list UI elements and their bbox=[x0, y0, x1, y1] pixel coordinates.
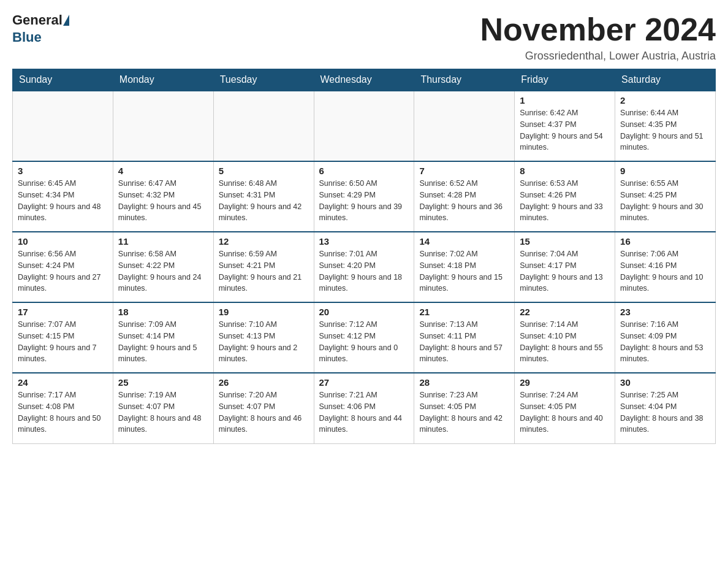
day-info: Sunrise: 7:09 AM Sunset: 4:14 PM Dayligh… bbox=[118, 319, 208, 365]
day-info: Sunrise: 7:13 AM Sunset: 4:11 PM Dayligh… bbox=[419, 319, 509, 365]
day-number: 17 bbox=[18, 307, 108, 317]
day-info: Sunrise: 7:12 AM Sunset: 4:12 PM Dayligh… bbox=[319, 319, 409, 365]
calendar-week-2: 3Sunrise: 6:45 AM Sunset: 4:34 PM Daylig… bbox=[13, 161, 716, 232]
day-number: 15 bbox=[520, 236, 610, 247]
day-number: 1 bbox=[520, 95, 610, 105]
col-header-sunday: Sunday bbox=[13, 69, 113, 91]
day-info: Sunrise: 7:25 AM Sunset: 4:04 PM Dayligh… bbox=[620, 389, 710, 435]
calendar-cell: 7Sunrise: 6:52 AM Sunset: 4:28 PM Daylig… bbox=[414, 161, 515, 232]
calendar-cell: 5Sunrise: 6:48 AM Sunset: 4:31 PM Daylig… bbox=[213, 161, 314, 232]
day-number: 27 bbox=[319, 377, 409, 388]
day-info: Sunrise: 6:59 AM Sunset: 4:21 PM Dayligh… bbox=[219, 248, 309, 294]
calendar-cell bbox=[113, 91, 213, 161]
calendar-cell: 23Sunrise: 7:16 AM Sunset: 4:09 PM Dayli… bbox=[615, 302, 716, 373]
day-info: Sunrise: 7:06 AM Sunset: 4:16 PM Dayligh… bbox=[620, 248, 710, 294]
calendar-cell: 18Sunrise: 7:09 AM Sunset: 4:14 PM Dayli… bbox=[113, 302, 213, 373]
day-info: Sunrise: 7:16 AM Sunset: 4:09 PM Dayligh… bbox=[620, 319, 710, 365]
calendar-cell: 9Sunrise: 6:55 AM Sunset: 4:25 PM Daylig… bbox=[615, 161, 716, 232]
calendar-cell: 4Sunrise: 6:47 AM Sunset: 4:32 PM Daylig… bbox=[113, 161, 213, 232]
calendar-cell: 11Sunrise: 6:58 AM Sunset: 4:22 PM Dayli… bbox=[113, 232, 213, 302]
day-number: 16 bbox=[620, 236, 710, 247]
logo-general-text: General bbox=[12, 12, 63, 28]
calendar-cell bbox=[314, 91, 414, 161]
col-header-monday: Monday bbox=[113, 69, 213, 91]
day-info: Sunrise: 7:24 AM Sunset: 4:05 PM Dayligh… bbox=[520, 389, 610, 435]
day-number: 5 bbox=[219, 166, 309, 176]
day-info: Sunrise: 6:53 AM Sunset: 4:26 PM Dayligh… bbox=[520, 178, 610, 224]
day-info: Sunrise: 6:44 AM Sunset: 4:35 PM Dayligh… bbox=[620, 107, 710, 153]
calendar-cell: 1Sunrise: 6:42 AM Sunset: 4:37 PM Daylig… bbox=[515, 91, 615, 161]
calendar-cell: 2Sunrise: 6:44 AM Sunset: 4:35 PM Daylig… bbox=[615, 91, 716, 161]
day-info: Sunrise: 6:42 AM Sunset: 4:37 PM Dayligh… bbox=[520, 107, 610, 153]
calendar-cell: 12Sunrise: 6:59 AM Sunset: 4:21 PM Dayli… bbox=[213, 232, 314, 302]
col-header-tuesday: Tuesday bbox=[213, 69, 314, 91]
col-header-friday: Friday bbox=[515, 69, 615, 91]
day-number: 12 bbox=[219, 236, 309, 247]
calendar-cell: 10Sunrise: 6:56 AM Sunset: 4:24 PM Dayli… bbox=[13, 232, 113, 302]
day-number: 24 bbox=[18, 377, 108, 388]
page-header: General Blue November 2024 Grossriedenth… bbox=[12, 12, 716, 63]
calendar-cell bbox=[414, 91, 515, 161]
logo-blue-text: Blue bbox=[12, 29, 42, 45]
day-info: Sunrise: 6:58 AM Sunset: 4:22 PM Dayligh… bbox=[118, 248, 208, 294]
day-info: Sunrise: 7:19 AM Sunset: 4:07 PM Dayligh… bbox=[118, 389, 208, 435]
day-number: 30 bbox=[620, 377, 710, 388]
day-number: 18 bbox=[118, 307, 208, 317]
calendar-cell: 28Sunrise: 7:23 AM Sunset: 4:05 PM Dayli… bbox=[414, 373, 515, 443]
calendar-cell: 19Sunrise: 7:10 AM Sunset: 4:13 PM Dayli… bbox=[213, 302, 314, 373]
day-info: Sunrise: 7:21 AM Sunset: 4:06 PM Dayligh… bbox=[319, 389, 409, 435]
calendar-cell bbox=[213, 91, 314, 161]
day-number: 13 bbox=[319, 236, 409, 247]
calendar-cell: 14Sunrise: 7:02 AM Sunset: 4:18 PM Dayli… bbox=[414, 232, 515, 302]
day-info: Sunrise: 6:47 AM Sunset: 4:32 PM Dayligh… bbox=[118, 178, 208, 224]
day-info: Sunrise: 7:23 AM Sunset: 4:05 PM Dayligh… bbox=[419, 389, 509, 435]
day-info: Sunrise: 6:45 AM Sunset: 4:34 PM Dayligh… bbox=[18, 178, 108, 224]
day-info: Sunrise: 7:07 AM Sunset: 4:15 PM Dayligh… bbox=[18, 319, 108, 365]
col-header-saturday: Saturday bbox=[615, 69, 716, 91]
day-number: 20 bbox=[319, 307, 409, 317]
day-number: 29 bbox=[520, 377, 610, 388]
calendar-cell: 22Sunrise: 7:14 AM Sunset: 4:10 PM Dayli… bbox=[515, 302, 615, 373]
calendar-week-1: 1Sunrise: 6:42 AM Sunset: 4:37 PM Daylig… bbox=[13, 91, 716, 161]
day-number: 23 bbox=[620, 307, 710, 317]
calendar-week-3: 10Sunrise: 6:56 AM Sunset: 4:24 PM Dayli… bbox=[13, 232, 716, 302]
month-title: November 2024 bbox=[480, 12, 716, 47]
day-info: Sunrise: 6:56 AM Sunset: 4:24 PM Dayligh… bbox=[18, 248, 108, 294]
day-number: 10 bbox=[18, 236, 108, 247]
calendar-cell: 8Sunrise: 6:53 AM Sunset: 4:26 PM Daylig… bbox=[515, 161, 615, 232]
logo-triangle-icon bbox=[63, 15, 69, 26]
calendar-cell: 25Sunrise: 7:19 AM Sunset: 4:07 PM Dayli… bbox=[113, 373, 213, 443]
calendar-cell: 26Sunrise: 7:20 AM Sunset: 4:07 PM Dayli… bbox=[213, 373, 314, 443]
day-info: Sunrise: 6:55 AM Sunset: 4:25 PM Dayligh… bbox=[620, 178, 710, 224]
calendar-cell: 3Sunrise: 6:45 AM Sunset: 4:34 PM Daylig… bbox=[13, 161, 113, 232]
calendar-cell bbox=[13, 91, 113, 161]
calendar-cell: 24Sunrise: 7:17 AM Sunset: 4:08 PM Dayli… bbox=[13, 373, 113, 443]
day-number: 7 bbox=[419, 166, 509, 176]
day-number: 2 bbox=[620, 95, 710, 105]
day-info: Sunrise: 7:14 AM Sunset: 4:10 PM Dayligh… bbox=[520, 319, 610, 365]
calendar-week-5: 24Sunrise: 7:17 AM Sunset: 4:08 PM Dayli… bbox=[13, 373, 716, 443]
day-info: Sunrise: 7:20 AM Sunset: 4:07 PM Dayligh… bbox=[219, 389, 309, 435]
col-header-wednesday: Wednesday bbox=[314, 69, 414, 91]
day-info: Sunrise: 7:17 AM Sunset: 4:08 PM Dayligh… bbox=[18, 389, 108, 435]
day-number: 4 bbox=[118, 166, 208, 176]
day-number: 6 bbox=[319, 166, 409, 176]
day-number: 9 bbox=[620, 166, 710, 176]
day-number: 8 bbox=[520, 166, 610, 176]
calendar-header-row: SundayMondayTuesdayWednesdayThursdayFrid… bbox=[13, 69, 716, 91]
calendar-cell: 15Sunrise: 7:04 AM Sunset: 4:17 PM Dayli… bbox=[515, 232, 615, 302]
calendar-cell: 6Sunrise: 6:50 AM Sunset: 4:29 PM Daylig… bbox=[314, 161, 414, 232]
day-info: Sunrise: 6:48 AM Sunset: 4:31 PM Dayligh… bbox=[219, 178, 309, 224]
day-number: 19 bbox=[219, 307, 309, 317]
title-section: November 2024 Grossriedenthal, Lower Aus… bbox=[480, 12, 716, 63]
calendar-cell: 21Sunrise: 7:13 AM Sunset: 4:11 PM Dayli… bbox=[414, 302, 515, 373]
logo: General Blue bbox=[12, 12, 70, 45]
day-info: Sunrise: 7:02 AM Sunset: 4:18 PM Dayligh… bbox=[419, 248, 509, 294]
day-info: Sunrise: 7:10 AM Sunset: 4:13 PM Dayligh… bbox=[219, 319, 309, 365]
calendar-week-4: 17Sunrise: 7:07 AM Sunset: 4:15 PM Dayli… bbox=[13, 302, 716, 373]
calendar-cell: 30Sunrise: 7:25 AM Sunset: 4:04 PM Dayli… bbox=[615, 373, 716, 443]
day-info: Sunrise: 7:01 AM Sunset: 4:20 PM Dayligh… bbox=[319, 248, 409, 294]
calendar-cell: 20Sunrise: 7:12 AM Sunset: 4:12 PM Dayli… bbox=[314, 302, 414, 373]
day-number: 26 bbox=[219, 377, 309, 388]
day-number: 11 bbox=[118, 236, 208, 247]
